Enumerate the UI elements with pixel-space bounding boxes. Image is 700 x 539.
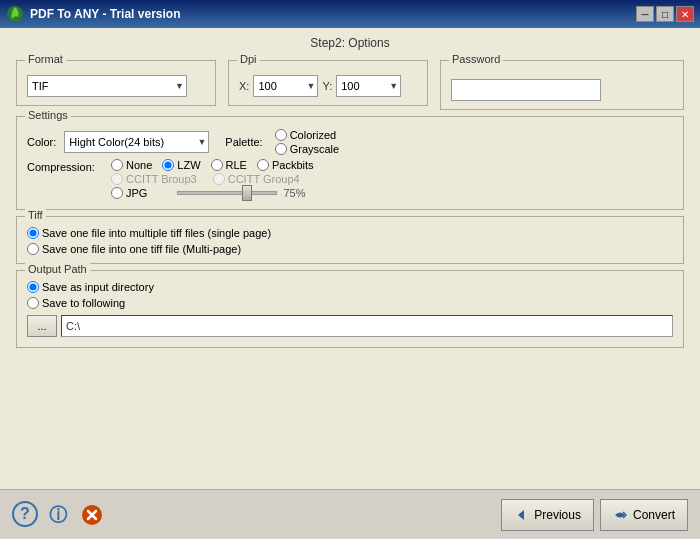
comp-jpg[interactable]: JPG [111, 187, 147, 199]
comp-ccitt4-radio[interactable] [213, 173, 225, 185]
output-input-dir-label: Save as input directory [42, 281, 154, 293]
format-select[interactable]: TIF BMP JPG PNG GIF [27, 75, 187, 97]
dpi-x-label: X: [239, 80, 249, 92]
comp-ccitt3-label: CCITT Broup3 [126, 173, 197, 185]
comp-lzw-label: LZW [177, 159, 200, 171]
comp-packbits-label: Packbits [272, 159, 314, 171]
slider-value: 75% [283, 187, 305, 199]
convert-button[interactable]: Convert [600, 499, 688, 531]
compression-row-3: JPG 75% [111, 187, 314, 199]
comp-rle-radio[interactable] [211, 159, 223, 171]
comp-packbits-radio[interactable] [257, 159, 269, 171]
password-group: Password [440, 60, 684, 110]
maximize-button[interactable]: □ [656, 6, 674, 22]
password-input[interactable] [451, 79, 601, 101]
output-input-dir-radio[interactable] [27, 281, 39, 293]
convert-icon [613, 508, 627, 522]
color-select-wrapper[interactable]: Hight Color(24 bits) 256 Colors Grayscal… [64, 131, 209, 153]
color-select[interactable]: Hight Color(24 bits) 256 Colors Grayscal… [64, 131, 209, 153]
bottom-bar: ? ⓘ Previous [0, 489, 700, 539]
comp-ccitt3[interactable]: CCITT Broup3 [111, 173, 197, 185]
info-button[interactable]: ⓘ [44, 501, 72, 529]
bottom-left-icons: ? ⓘ [12, 501, 106, 529]
palette-options: Colorized Grayscale [275, 129, 340, 155]
convert-label: Convert [633, 508, 675, 522]
svg-point-2 [90, 513, 94, 517]
tiff-single[interactable]: Save one file into multiple tiff files (… [27, 227, 673, 239]
dpi-x-wrapper[interactable]: 100 72 96 150 200 300 ▼ [253, 75, 318, 97]
compression-row-2: CCITT Broup3 CCITT Group4 [111, 173, 314, 185]
tiff-multi-radio[interactable] [27, 243, 39, 255]
palette-grayscale-label: Grayscale [290, 143, 340, 155]
quality-slider-thumb[interactable] [242, 185, 252, 201]
tiff-multi[interactable]: Save one file into one tiff file (Multi-… [27, 243, 673, 255]
comp-none-radio[interactable] [111, 159, 123, 171]
browse-button[interactable]: ... [27, 315, 57, 337]
compression-row-1: None LZW RLE [111, 159, 314, 171]
settings-group: Settings Color: Hight Color(24 bits) 256… [16, 116, 684, 210]
compression-options: None LZW RLE [111, 159, 314, 199]
minimize-button[interactable]: ─ [636, 6, 654, 22]
output-following-label: Save to following [42, 297, 125, 309]
output-following-radio[interactable] [27, 297, 39, 309]
step-header: Step2: Options [0, 28, 700, 56]
format-label: Format [25, 53, 66, 65]
dpi-x-select[interactable]: 100 72 96 150 200 300 [253, 75, 318, 97]
palette-colorized-radio[interactable] [275, 129, 287, 141]
comp-none-label: None [126, 159, 152, 171]
comp-rle-label: RLE [226, 159, 247, 171]
output-path-row: ... [27, 315, 673, 337]
color-row: Color: Hight Color(24 bits) 256 Colors G… [27, 129, 673, 155]
previous-label: Previous [534, 508, 581, 522]
slider-row: 75% [157, 187, 305, 199]
app-icon [6, 5, 24, 23]
comp-jpg-radio[interactable] [111, 187, 123, 199]
bottom-right-buttons: Previous Convert [501, 499, 688, 531]
tiff-multi-label: Save one file into one tiff file (Multi-… [42, 243, 241, 255]
comp-ccitt4-label: CCITT Group4 [228, 173, 300, 185]
tiff-options: Save one file into multiple tiff files (… [27, 227, 673, 255]
tools-button[interactable] [78, 501, 106, 529]
window-controls: ─ □ ✕ [636, 6, 694, 22]
dpi-y-select[interactable]: 100 72 96 150 200 300 [336, 75, 401, 97]
previous-button[interactable]: Previous [501, 499, 594, 531]
output-following[interactable]: Save to following [27, 297, 673, 309]
palette-grayscale-radio[interactable] [275, 143, 287, 155]
close-button[interactable]: ✕ [676, 6, 694, 22]
output-input-dir[interactable]: Save as input directory [27, 281, 673, 293]
output-options: Save as input directory Save to followin… [27, 281, 673, 337]
content-area: Format TIF BMP JPG PNG GIF ▼ [0, 56, 700, 489]
comp-ccitt3-radio[interactable] [111, 173, 123, 185]
main-window: Step2: Options Format TIF BMP JPG PNG GI… [0, 28, 700, 539]
comp-rle[interactable]: RLE [211, 159, 247, 171]
tiff-label: Tiff [25, 209, 46, 221]
dpi-y-label: Y: [322, 80, 332, 92]
format-group: Format TIF BMP JPG PNG GIF ▼ [16, 60, 216, 106]
palette-grayscale[interactable]: Grayscale [275, 143, 340, 155]
compression-label: Compression: [27, 159, 107, 173]
comp-jpg-label: JPG [126, 187, 147, 199]
help-button[interactable]: ? [12, 501, 38, 527]
dpi-label: Dpi [237, 53, 260, 65]
comp-lzw[interactable]: LZW [162, 159, 200, 171]
comp-ccitt4[interactable]: CCITT Group4 [213, 173, 300, 185]
comp-packbits[interactable]: Packbits [257, 159, 314, 171]
previous-icon [514, 508, 528, 522]
comp-lzw-radio[interactable] [162, 159, 174, 171]
color-label: Color: [27, 136, 56, 148]
password-label: Password [449, 53, 503, 65]
title-bar: PDF To ANY - Trial version ─ □ ✕ [0, 0, 700, 28]
path-input[interactable] [61, 315, 673, 337]
svg-marker-3 [518, 510, 524, 520]
tiff-single-radio[interactable] [27, 227, 39, 239]
output-group: Output Path Save as input directory Save… [16, 270, 684, 348]
quality-slider-track[interactable] [177, 191, 277, 195]
dpi-group: Dpi X: 100 72 96 150 200 300 ▼ [228, 60, 428, 106]
comp-none[interactable]: None [111, 159, 152, 171]
top-row: Format TIF BMP JPG PNG GIF ▼ [16, 60, 684, 110]
settings-inner: Color: Hight Color(24 bits) 256 Colors G… [27, 129, 673, 199]
window-title: PDF To ANY - Trial version [30, 7, 636, 21]
dpi-y-wrapper[interactable]: 100 72 96 150 200 300 ▼ [336, 75, 401, 97]
palette-colorized[interactable]: Colorized [275, 129, 340, 141]
format-select-wrapper[interactable]: TIF BMP JPG PNG GIF ▼ [27, 75, 187, 97]
